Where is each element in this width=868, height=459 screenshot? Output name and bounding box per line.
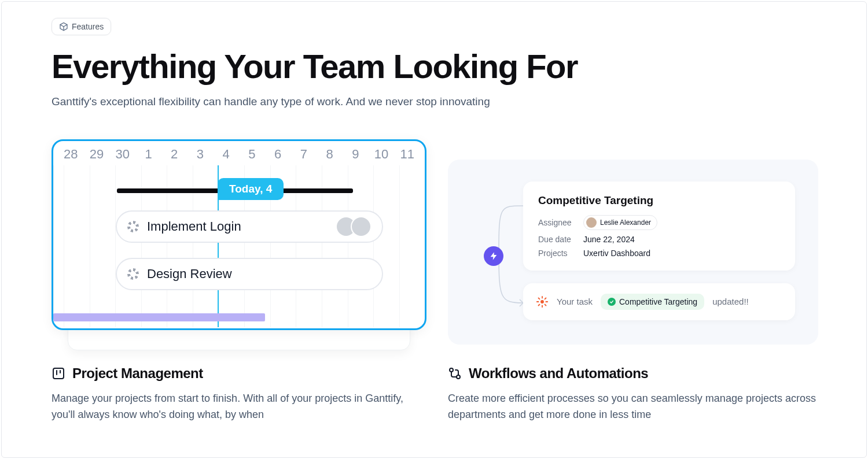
svg-rect-10 — [538, 297, 540, 300]
page-frame: Features Everything Your Team Looking Fo… — [1, 1, 867, 458]
due-date-label: Due date — [538, 235, 583, 244]
task-chip: Competitive Targeting — [601, 294, 704, 310]
svg-rect-6 — [536, 301, 539, 302]
project-management-column: 2829301234567891011 Today, 4 Implement L… — [52, 139, 420, 423]
feature-title-row: Project Management — [52, 365, 420, 382]
kanban-icon — [52, 367, 65, 380]
gantt-date: 6 — [265, 147, 291, 162]
svg-point-3 — [540, 300, 544, 303]
page-subtitle: Ganttify's exceptional flexibility can h… — [52, 95, 816, 108]
cards-row: 2829301234567891011 Today, 4 Implement L… — [52, 139, 816, 423]
svg-rect-4 — [542, 296, 543, 299]
gantt-date: 29 — [84, 147, 110, 162]
gantt-date: 10 — [369, 147, 395, 162]
gantt-body: Today, 4 Implement Login — [53, 165, 425, 327]
task-implement-login[interactable]: Implement Login — [116, 210, 383, 243]
zapier-icon — [536, 295, 549, 308]
feature-description: Create more efficient processes so you c… — [448, 391, 816, 423]
workflow-icon — [448, 367, 462, 380]
feature-description: Manage your projects from start to finis… — [52, 391, 420, 423]
features-badge: Features — [52, 18, 111, 35]
gantt-date: 9 — [343, 147, 369, 162]
task-label: Design Review — [147, 266, 232, 282]
bolt-circle-icon — [484, 246, 503, 266]
page-title: Everything Your Team Looking For — [52, 48, 816, 85]
projects-value: Uxertiv Dashboard — [583, 249, 650, 258]
svg-rect-7 — [546, 301, 549, 302]
workflow-column: Competitive Targeting Assignee Leslie Al… — [448, 139, 816, 423]
gantt-date: 28 — [58, 147, 84, 162]
gantt-date: 4 — [213, 147, 239, 162]
gantt-date: 8 — [317, 147, 343, 162]
gantt-date: 5 — [239, 147, 265, 162]
avatar — [351, 216, 372, 237]
gantt-date: 30 — [109, 147, 135, 162]
projects-row: Projects Uxertiv Dashboard — [538, 249, 780, 258]
gantt-date: 3 — [187, 147, 214, 162]
avatar — [586, 217, 597, 228]
assignee-row: Assignee Leslie Alexander — [538, 215, 780, 230]
feature-title: Workflows and Automations — [469, 365, 648, 382]
gantt-date: 11 — [394, 147, 420, 162]
svg-rect-0 — [53, 368, 64, 379]
assignee-label: Assignee — [538, 218, 583, 227]
features-badge-label: Features — [72, 22, 104, 31]
assignee-name: Leslie Alexander — [600, 219, 651, 227]
gantt-date: 2 — [161, 147, 187, 162]
feature-title: Project Management — [72, 365, 203, 382]
gantt-card: 2829301234567891011 Today, 4 Implement L… — [52, 139, 426, 330]
cube-icon — [59, 22, 68, 31]
spinner-icon — [127, 221, 139, 232]
svg-rect-9 — [538, 303, 540, 306]
task-design-review[interactable]: Design Review — [116, 258, 383, 290]
due-date-row: Due date June 22, 2024 — [538, 235, 780, 244]
due-date-value: June 22, 2024 — [583, 235, 635, 244]
gantt-progress-bar — [53, 313, 265, 321]
workflow-card: Competitive Targeting Assignee Leslie Al… — [448, 160, 818, 345]
task-chip-label: Competitive Targeting — [619, 297, 697, 306]
projects-label: Projects — [538, 249, 583, 258]
workflow-update-card[interactable]: Your task Competitive Targeting updated!… — [523, 283, 795, 320]
gantt-illustration: 2829301234567891011 Today, 4 Implement L… — [52, 139, 426, 345]
task-avatars — [336, 216, 372, 237]
assignee-chip[interactable]: Leslie Alexander — [583, 215, 657, 230]
gantt-date-row: 2829301234567891011 — [53, 141, 425, 165]
today-chip: Today, 4 — [218, 178, 284, 200]
task-label: Implement Login — [147, 219, 241, 234]
gantt-date: 7 — [290, 147, 317, 162]
spinner-icon — [127, 268, 139, 280]
update-msg-prefix: Your task — [557, 297, 593, 306]
svg-rect-5 — [542, 305, 543, 308]
feature-title-row: Workflows and Automations — [448, 365, 816, 382]
check-icon — [608, 298, 616, 306]
svg-rect-8 — [544, 297, 547, 300]
svg-rect-11 — [544, 303, 547, 306]
workflow-task-title: Competitive Targeting — [538, 194, 780, 207]
workflow-task-card[interactable]: Competitive Targeting Assignee Leslie Al… — [523, 182, 795, 271]
update-msg-suffix: updated!! — [712, 297, 749, 306]
gantt-date: 1 — [135, 147, 161, 162]
